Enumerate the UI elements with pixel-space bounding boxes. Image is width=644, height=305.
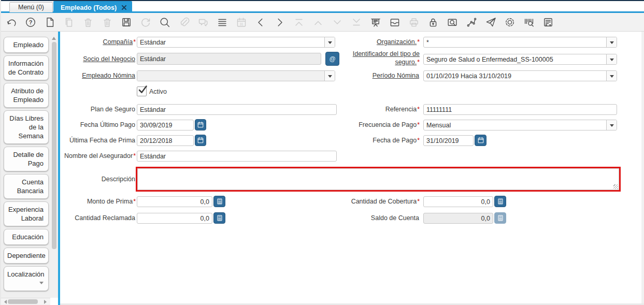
- claimed-amount-label: Cantidad Reclamada: [61, 213, 136, 224]
- organization-label[interactable]: Organización.*: [337, 37, 420, 48]
- tab-empleado-todos[interactable]: Empleado (Todos): [53, 1, 132, 14]
- tab-menu[interactable]: Menú (0): [9, 2, 53, 12]
- payroll-period-combobox[interactable]: [423, 70, 617, 81]
- chevron-down-icon[interactable]: [606, 71, 617, 81]
- sidebar-item-informacion-de-contrato[interactable]: Información de Contrato: [4, 55, 49, 80]
- zoom-across-icon[interactable]: [447, 17, 458, 28]
- save-icon[interactable]: [121, 17, 132, 28]
- undo-icon[interactable]: [6, 17, 17, 28]
- first-record-icon: [293, 17, 305, 28]
- workflow-icon[interactable]: [466, 17, 477, 28]
- insurance-type-label[interactable]: Identificador del tipo de seguro.*: [337, 50, 420, 66]
- insurance-plan-label: Plan de Seguro: [61, 104, 136, 115]
- payroll-period-label[interactable]: Período Nómina: [337, 70, 420, 81]
- last-payment-date-field[interactable]: [137, 120, 194, 130]
- chevron-down-icon[interactable]: [606, 37, 617, 47]
- toolbar: ?31: [1, 13, 644, 32]
- last-premium-date-field[interactable]: [137, 135, 194, 146]
- business-partner-label[interactable]: Socio del Negocio: [61, 54, 136, 65]
- account-balance-field: [423, 213, 493, 224]
- sidebar-item-educacion[interactable]: Educación: [4, 229, 49, 245]
- active-checkbox[interactable]: [137, 86, 147, 96]
- calculator-icon: [497, 198, 504, 205]
- insurance-type-value[interactable]: [424, 54, 606, 64]
- payment-frequency-label: Frecuencia de Pago*: [337, 120, 420, 130]
- new-record-icon[interactable]: [44, 17, 55, 28]
- payroll-employee-label[interactable]: Empleado Nómina: [61, 70, 136, 81]
- private-lock-icon[interactable]: [427, 17, 439, 28]
- content-scroll-strip: [641, 32, 644, 303]
- report-icon[interactable]: [370, 17, 381, 28]
- grid-toggle-icon[interactable]: [217, 17, 228, 28]
- company-label[interactable]: Compañía*: [61, 37, 136, 48]
- parent-record-icon: [312, 17, 324, 28]
- horizontal-scrollbar-thumb[interactable]: [8, 299, 38, 304]
- premium-amount-label: Monto de Prima*: [61, 196, 136, 207]
- chevron-down-icon[interactable]: [324, 71, 335, 81]
- scroll-right-icon[interactable]: [44, 300, 49, 304]
- payment-date-label: Fecha de Pago*: [337, 135, 420, 146]
- coverage-amount-label: Cantidad de Cobertura*: [337, 196, 420, 207]
- payment-frequency-value[interactable]: [424, 120, 606, 130]
- preferences-icon[interactable]: [504, 17, 516, 28]
- scroll-left-icon[interactable]: [2, 300, 7, 304]
- claimed-amount-field[interactable]: [137, 213, 212, 224]
- previous-record-icon[interactable]: [255, 17, 266, 28]
- sidebar-item-empleado[interactable]: Empleado: [4, 37, 49, 53]
- quick-panel-icon[interactable]: [542, 17, 554, 28]
- payment-frequency-combobox[interactable]: [423, 120, 617, 130]
- organization-value[interactable]: [424, 37, 606, 47]
- coverage-amount-calculator-button[interactable]: [494, 196, 506, 207]
- sidebar-item-atributo-de-empleado[interactable]: Atributo de Empleado: [4, 83, 49, 108]
- last-payment-date-calendar-button[interactable]: [195, 119, 206, 130]
- sidebar-item-localizacion[interactable]: Localización: [4, 266, 49, 291]
- vertical-scrollbar-thumb[interactable]: [52, 42, 56, 249]
- company-value[interactable]: [137, 37, 324, 47]
- share-icon[interactable]: [485, 17, 496, 28]
- premium-amount-calculator-button[interactable]: [213, 196, 225, 207]
- scroll-up-icon[interactable]: [52, 35, 56, 40]
- close-icon[interactable]: [121, 5, 127, 10]
- svg-text:31: 31: [239, 22, 244, 25]
- insurer-name-label: Nombre del Asegurador*: [61, 151, 136, 162]
- sidebar-item-detalle-de-pago[interactable]: Detalle de Pago: [4, 147, 49, 171]
- premium-amount-field[interactable]: [137, 196, 212, 207]
- chevron-down-icon[interactable]: [606, 54, 617, 64]
- description-textarea[interactable]: [137, 168, 619, 190]
- resize-grip-icon[interactable]: [613, 184, 618, 189]
- chevron-down-icon[interactable]: [324, 37, 335, 47]
- attachment-icon: [178, 17, 190, 28]
- sidebar-horizontal-scrollbar[interactable]: [1, 298, 50, 304]
- description-highlight-box: [136, 167, 621, 192]
- account-balance-calculator-button: [494, 212, 506, 224]
- sidebar-item-experiencia-laboral[interactable]: Experiencia Laboral: [4, 201, 49, 226]
- payroll-employee-value[interactable]: [137, 71, 324, 81]
- sidebar-vertical-scrollbar[interactable]: [50, 32, 58, 298]
- organization-combobox[interactable]: [423, 37, 617, 48]
- coverage-amount-field[interactable]: [423, 196, 493, 207]
- payment-date-field[interactable]: [423, 135, 474, 146]
- insurance-type-combobox[interactable]: [423, 54, 617, 65]
- insurance-plan-field[interactable]: [137, 104, 337, 115]
- description-label: Descripción: [61, 174, 136, 185]
- product-info-icon[interactable]: [523, 17, 535, 28]
- find-icon[interactable]: [159, 17, 170, 28]
- chevron-down-icon[interactable]: [606, 120, 617, 130]
- sidebar-item-dias-libres-de-la-semana[interactable]: Días Libres de la Semana: [4, 110, 49, 144]
- insurer-name-field[interactable]: [137, 151, 337, 162]
- reference-field[interactable]: [423, 104, 617, 115]
- payroll-period-value[interactable]: [424, 71, 606, 81]
- archive-icon[interactable]: [389, 17, 400, 28]
- detail-record-icon: [332, 17, 343, 28]
- sidebar-item-dependiente[interactable]: Dependiente: [4, 248, 49, 264]
- last-premium-date-calendar-button[interactable]: [195, 135, 206, 146]
- company-combobox[interactable]: [137, 37, 335, 48]
- payroll-employee-combobox[interactable]: [137, 70, 335, 81]
- last-payment-date-label: Fecha Último Pago: [61, 120, 136, 130]
- delete-selection-icon: [102, 17, 113, 28]
- sidebar-item-cuenta-bancaria[interactable]: Cuenta Bancaria: [4, 174, 49, 199]
- payment-date-calendar-button[interactable]: [475, 135, 486, 146]
- next-record-icon[interactable]: [274, 17, 285, 28]
- claimed-amount-calculator-button[interactable]: [213, 212, 225, 224]
- help-icon[interactable]: ?: [25, 17, 36, 28]
